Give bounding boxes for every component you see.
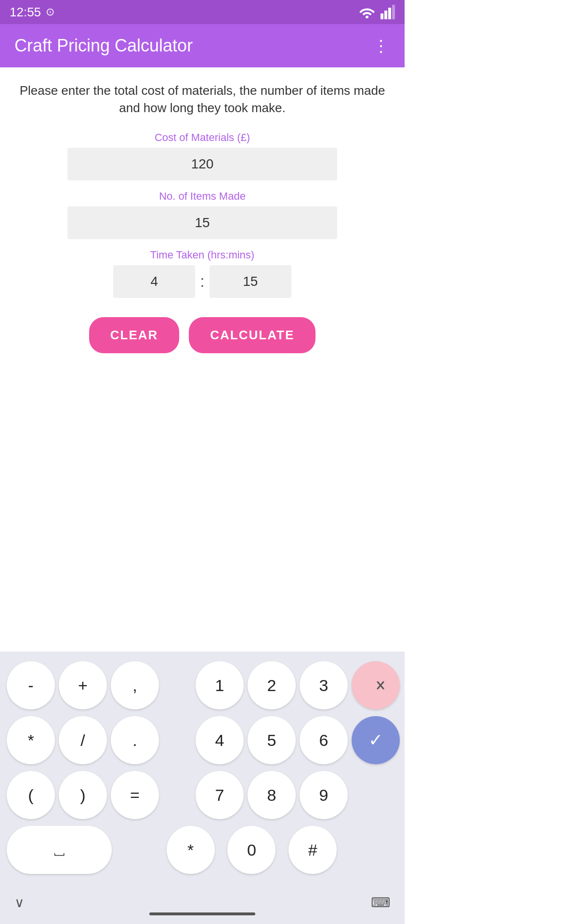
key-1[interactable]: 1 bbox=[196, 661, 244, 709]
keyboard-row-2: * / . 4 5 6 ✓ bbox=[7, 716, 398, 764]
key-2[interactable]: 2 bbox=[248, 661, 296, 709]
key-dot[interactable]: . bbox=[111, 716, 159, 764]
time-row: : bbox=[67, 265, 337, 298]
key-plus[interactable]: + bbox=[59, 661, 107, 709]
key-minus[interactable]: - bbox=[7, 661, 55, 709]
items-field-group: No. of Items Made bbox=[67, 190, 337, 239]
key-hash[interactable]: # bbox=[289, 826, 337, 874]
key-slash[interactable]: / bbox=[59, 716, 107, 764]
key-space[interactable]: ⎵ bbox=[7, 826, 112, 874]
keyboard-row-3: ( ) = 7 8 9 bbox=[7, 771, 398, 819]
calculate-button[interactable]: CALCULATE bbox=[189, 317, 315, 353]
app-title: Craft Pricing Calculator bbox=[14, 36, 193, 56]
key-3[interactable]: 3 bbox=[300, 661, 348, 709]
menu-icon[interactable]: ⋮ bbox=[373, 36, 390, 55]
svg-rect-0 bbox=[381, 13, 383, 19]
key-0[interactable]: 0 bbox=[227, 826, 276, 874]
app-bar: Craft Pricing Calculator ⋮ bbox=[0, 24, 405, 67]
key-confirm[interactable]: ✓ bbox=[352, 716, 400, 764]
key-9[interactable]: 9 bbox=[300, 771, 348, 819]
nav-line bbox=[149, 912, 255, 915]
key-5[interactable]: 5 bbox=[248, 716, 296, 764]
button-row: CLEAR CALCULATE bbox=[89, 317, 316, 353]
key-star[interactable]: * bbox=[167, 826, 215, 874]
clear-button[interactable]: CLEAR bbox=[89, 317, 180, 353]
key-6[interactable]: 6 bbox=[300, 716, 348, 764]
materials-label: Cost of Materials (£) bbox=[155, 131, 250, 144]
items-input[interactable] bbox=[67, 206, 337, 239]
svg-rect-2 bbox=[388, 8, 391, 19]
chevron-down-icon[interactable]: ∨ bbox=[14, 895, 25, 911]
signal-icon bbox=[381, 5, 395, 19]
key-equals[interactable]: = bbox=[111, 771, 159, 819]
time-minutes-input[interactable] bbox=[210, 265, 291, 298]
keyboard: - + , 1 2 3 * / . 4 5 6 ✓ ( ) = 7 8 9 bbox=[0, 652, 405, 886]
time-hours-input[interactable] bbox=[113, 265, 195, 298]
svg-rect-3 bbox=[392, 5, 395, 19]
content-spacer bbox=[0, 507, 405, 652]
time-label: Time Taken (hrs:mins) bbox=[150, 249, 254, 261]
description-text: Please enter the total cost of materials… bbox=[19, 82, 385, 117]
key-8[interactable]: 8 bbox=[248, 771, 296, 819]
keyboard-row-1: - + , 1 2 3 bbox=[7, 661, 398, 709]
key-comma[interactable]: , bbox=[111, 661, 159, 709]
status-bar: 12:55 ⊙ bbox=[0, 0, 405, 24]
key-close-paren[interactable]: ) bbox=[59, 771, 107, 819]
content-area: Please enter the total cost of materials… bbox=[0, 67, 405, 507]
status-circle-icon: ⊙ bbox=[46, 6, 54, 18]
key-7[interactable]: 7 bbox=[196, 771, 244, 819]
key-4[interactable]: 4 bbox=[196, 716, 244, 764]
time-colon: : bbox=[200, 272, 204, 291]
svg-rect-1 bbox=[384, 11, 387, 19]
wifi-icon bbox=[358, 6, 376, 18]
key-delete[interactable] bbox=[352, 661, 400, 709]
materials-field-group: Cost of Materials (£) bbox=[67, 131, 337, 180]
bottom-bar: ∨ ⌨ bbox=[0, 886, 405, 924]
keyboard-row-4: ⎵ * 0 # bbox=[7, 826, 398, 874]
key-asterisk[interactable]: * bbox=[7, 716, 55, 764]
time-field-group: Time Taken (hrs:mins) : bbox=[67, 249, 337, 298]
status-time: 12:55 bbox=[10, 5, 41, 20]
keyboard-icon[interactable]: ⌨ bbox=[371, 895, 390, 911]
key-open-paren[interactable]: ( bbox=[7, 771, 55, 819]
items-label: No. of Items Made bbox=[159, 190, 246, 203]
materials-input[interactable] bbox=[67, 148, 337, 180]
status-right bbox=[358, 5, 395, 19]
status-left: 12:55 ⊙ bbox=[10, 5, 54, 20]
